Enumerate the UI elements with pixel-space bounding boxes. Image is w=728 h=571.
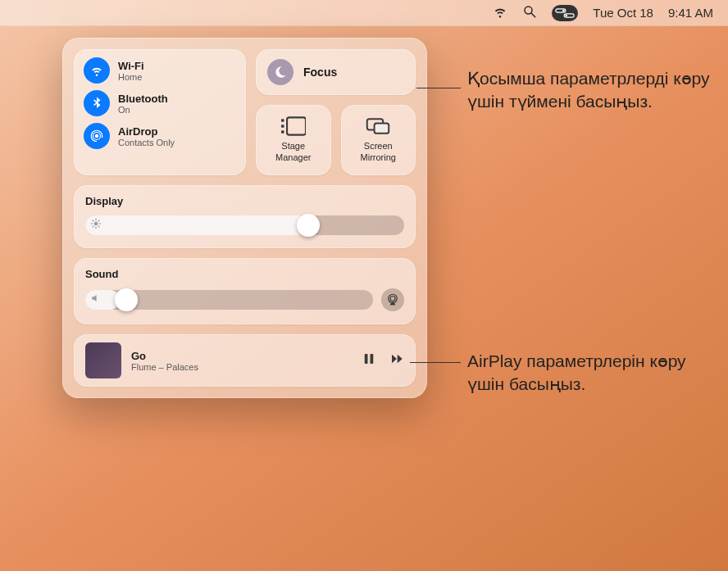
track-title: Go: [131, 350, 198, 362]
control-center-panel: Wi-Fi Home Bluetooth On AirDrop: [62, 38, 427, 398]
svg-rect-26: [365, 354, 368, 364]
stage-manager-label: Stage Manager: [275, 141, 311, 164]
display-label: Display: [85, 195, 404, 207]
svg-line-1: [532, 13, 536, 17]
airdrop-icon: [84, 123, 110, 149]
svg-point-6: [95, 134, 99, 138]
sound-slider[interactable]: [85, 290, 373, 310]
menubar-time[interactable]: 9:41 AM: [668, 6, 713, 20]
svg-point-5: [566, 14, 568, 16]
svg-rect-12: [287, 118, 306, 135]
menubar-date[interactable]: Tue Oct 18: [593, 6, 653, 20]
focus-button[interactable]: Focus: [256, 49, 416, 95]
svg-point-15: [94, 222, 98, 226]
sound-label: Sound: [85, 268, 404, 280]
album-artwork: [85, 342, 121, 378]
bluetooth-status: On: [118, 105, 168, 115]
svg-point-0: [525, 7, 532, 14]
menubar: Tue Oct 18 9:41 AM: [0, 0, 728, 26]
display-slider-thumb[interactable]: [297, 214, 320, 237]
screen-mirroring-button[interactable]: Screen Mirroring: [341, 105, 416, 175]
screen-mirroring-label: Screen Mirroring: [361, 141, 396, 164]
sound-card: Sound: [74, 258, 416, 324]
now-playing-card[interactable]: Go Flume – Palaces: [74, 334, 416, 387]
brightness-icon: [90, 218, 102, 233]
svg-rect-11: [281, 131, 284, 134]
next-button[interactable]: [389, 351, 404, 369]
volume-icon: [90, 292, 102, 307]
pause-button[interactable]: [362, 351, 376, 369]
svg-line-20: [93, 220, 93, 221]
wifi-status: Home: [118, 72, 144, 82]
control-center-icon[interactable]: [552, 5, 578, 21]
svg-point-3: [562, 9, 565, 11]
airplay-audio-button[interactable]: [381, 288, 404, 311]
wifi-icon: [84, 57, 110, 84]
callout-airplay: AirPlay параметрлерін көру үшін басыңыз.: [467, 350, 721, 397]
svg-rect-9: [281, 119, 284, 122]
callout-line: [416, 88, 461, 88]
stage-manager-icon: [281, 116, 306, 136]
svg-rect-27: [371, 354, 374, 364]
connectivity-card: Wi-Fi Home Bluetooth On AirDrop: [74, 49, 246, 175]
bluetooth-toggle[interactable]: Bluetooth On: [84, 90, 236, 116]
spotlight-icon[interactable]: [522, 4, 537, 21]
wifi-label: Wi-Fi: [118, 60, 144, 72]
svg-line-23: [98, 220, 99, 221]
callout-line: [410, 362, 461, 363]
moon-icon: [267, 59, 293, 85]
display-card: Display: [74, 185, 416, 248]
sound-slider-thumb[interactable]: [115, 288, 138, 311]
bluetooth-icon: [84, 90, 110, 116]
svg-rect-10: [281, 125, 284, 128]
stage-manager-button[interactable]: Stage Manager: [256, 105, 331, 175]
svg-line-21: [98, 226, 99, 227]
callout-focus: Қосымша параметрлерді көру үшін түймені …: [467, 67, 713, 114]
svg-point-25: [390, 297, 395, 301]
bluetooth-label: Bluetooth: [118, 93, 168, 105]
svg-rect-14: [375, 124, 389, 134]
svg-line-22: [93, 226, 93, 227]
display-slider[interactable]: [85, 215, 404, 235]
airdrop-status: Contacts Only: [118, 138, 175, 147]
airdrop-toggle[interactable]: AirDrop Contacts Only: [84, 123, 236, 149]
track-artist: Flume – Palaces: [131, 362, 198, 372]
screen-mirroring-icon: [366, 116, 390, 136]
wifi-icon[interactable]: [493, 4, 507, 21]
wifi-toggle[interactable]: Wi-Fi Home: [84, 57, 236, 84]
airdrop-label: AirDrop: [118, 125, 175, 138]
focus-label: Focus: [303, 66, 337, 79]
airplay-icon: [385, 292, 400, 307]
